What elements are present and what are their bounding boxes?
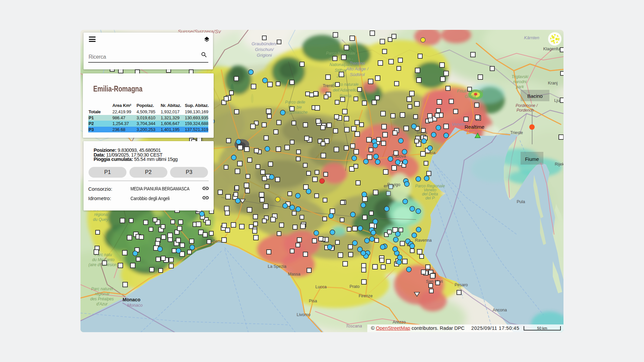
svg-text:Monaco: Monaco [123,297,141,302]
svg-text:narodni: narodni [513,79,527,84]
svg-text:Pesaro: Pesaro [454,283,468,287]
svg-text:Livorno: Livorno [297,312,311,317]
svg-text:Pordenon: Pordenon [517,108,534,113]
svg-text:Pordenone /: Pordenone / [516,103,538,108]
svg-text:del P: del P [425,196,434,200]
svg-text:dell'Adamello-: dell'Adamello- [333,88,358,93]
svg-text:Parco delle: Parco delle [285,100,305,105]
svg-text:Rijek: Rijek [555,162,564,167]
svg-text:dello Stelvio -: dello Stelvio - [329,57,353,61]
svg-text:Toscana: Toscana [346,323,362,328]
svg-text:Klagenfurt: Klagenfurt [543,47,563,51]
svg-text:Prato: Prato [350,284,360,289]
svg-text:Südtirol: Südtirol [350,72,365,77]
svg-text:Nationalpark: Nationalpark [329,62,352,67]
svg-text:régional: régional [94,212,109,217]
svg-text:Giulia: Giulia [465,94,476,99]
svg-text:Kärnten: Kärnten [524,35,539,40]
svg-text:Arezzo: Arezzo [393,320,406,324]
svg-text:Monaco: Monaco [127,303,143,308]
svg-text:régional: régional [95,292,109,296]
svg-text:Realtime: Realtime [465,124,484,130]
svg-text:Veneto: Veneto [452,122,466,127]
svg-text:La Spezia: La Spezia [268,264,286,269]
svg-text:Firenze: Firenze [359,294,373,298]
svg-text:Kranj: Kranj [548,81,557,85]
svg-text:d'Azur: d'Azur [96,302,108,306]
svg-text:Parco Nazionale: Parco Nazionale [326,51,356,56]
svg-text:Fiume: Fiume [525,156,539,162]
svg-text:Ravenna: Ravenna [415,238,432,243]
svg-text:Graubünden/: Graubünden/ [252,41,277,46]
svg-text:du Queyr: du Queyr [93,217,110,222]
svg-text:Trento: Trento [323,83,335,88]
svg-text:Massa: Massa [288,272,301,277]
svg-text:des Préalpes: des Préalpes [90,297,114,301]
svg-text:Pula: Pula [517,199,525,204]
svg-text:Grischun/: Grischun/ [255,47,274,52]
svg-text:Geno: Geno [212,239,223,244]
svg-text:Bergamasche: Bergamasche [283,110,308,115]
svg-text:Triglavski: Triglavski [512,74,528,79]
svg-text:Bacino: Bacino [527,93,543,99]
svg-text:Ancona: Ancona [493,308,507,312]
svg-text:San Mari: San Mari [426,279,443,284]
svg-text:Grigioni: Grigioni [257,53,272,58]
svg-text:Alto Adige /: Alto Adige / [346,66,369,71]
svg-text:Lucca: Lucca [315,285,326,289]
svg-text:park: park [516,84,524,89]
svg-text:Trieste: Trieste [510,130,523,135]
svg-text:Parc naturel: Parc naturel [91,287,113,291]
svg-text:Pisa: Pisa [309,299,317,303]
